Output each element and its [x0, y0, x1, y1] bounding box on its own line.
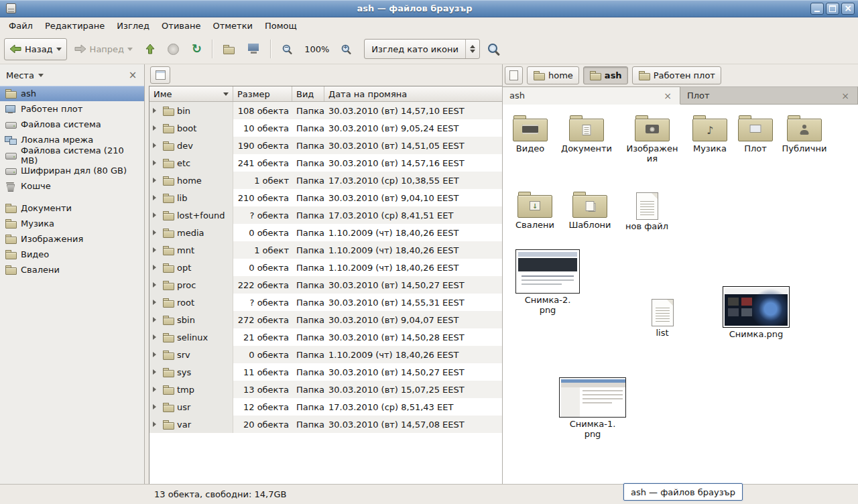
file-icon[interactable]: Снимка.png: [721, 286, 791, 340]
sidebar-item[interactable]: Свалени: [0, 262, 144, 277]
column-header-kind[interactable]: Вид: [292, 86, 324, 101]
expander-icon[interactable]: [153, 422, 160, 427]
taskbar-window-button[interactable]: ash — файлов браузър: [623, 483, 743, 501]
home-button[interactable]: [217, 38, 240, 60]
sidebar-item[interactable]: Видео: [0, 247, 144, 262]
table-row[interactable]: proc 222 обекта Папка 30.03.2010 (вт) 14…: [149, 276, 502, 294]
view-mode-select[interactable]: Изглед като икони: [364, 39, 480, 59]
file-icon[interactable]: Публични: [775, 111, 834, 154]
table-row[interactable]: sbin 272 обекта Папка 30.03.2010 (вт) 9,…: [149, 311, 502, 328]
search-button[interactable]: [482, 38, 505, 60]
reload-button[interactable]: [186, 38, 207, 60]
expander-icon[interactable]: [153, 265, 160, 270]
expander-icon[interactable]: [153, 247, 160, 253]
table-row[interactable]: lib 210 обекта Папка 30.03.2010 (вт) 9,0…: [149, 189, 502, 206]
table-row[interactable]: srv 0 обекта Папка 1.10.2009 (чт) 18,40,…: [149, 346, 502, 363]
table-row[interactable]: usr 12 обекта Папка 17.03.2010 (ср) 8,51…: [149, 398, 502, 416]
expander-icon[interactable]: [153, 125, 160, 131]
stop-button[interactable]: [162, 38, 184, 60]
sidebar-item[interactable]: Документи: [0, 200, 144, 216]
sidebar-item[interactable]: Файлова система: [0, 117, 144, 132]
table-row[interactable]: opt 0 обекта Папка 1.10.2009 (чт) 18,40,…: [149, 259, 502, 276]
expander-icon[interactable]: [153, 404, 160, 410]
table-row[interactable]: sys 11 обекта Папка 30.03.2010 (вт) 14,5…: [149, 363, 502, 381]
table-row[interactable]: mnt 1 обект Папка 1.10.2009 (чт) 18,40,2…: [149, 241, 502, 259]
tab-close-icon[interactable]: [840, 90, 851, 101]
menu-item[interactable]: Отметки: [206, 19, 258, 33]
table-row[interactable]: bin 108 обекта Папка 30.03.2010 (вт) 14,…: [149, 102, 502, 119]
table-row[interactable]: home 1 обект Папка 17.03.2010 (ср) 10,38…: [149, 172, 502, 189]
expander-icon[interactable]: [153, 352, 160, 357]
zoom-in-button[interactable]: +: [334, 38, 358, 60]
file-icon[interactable]: Свалени: [505, 188, 564, 231]
column-header-name[interactable]: Име: [149, 86, 233, 101]
zoom-out-button[interactable]: −: [275, 38, 299, 60]
expander-icon[interactable]: [153, 143, 160, 148]
maximize-button[interactable]: [826, 3, 839, 15]
sidebar-selector-chevron-icon[interactable]: [38, 74, 44, 80]
file-icon[interactable]: list: [633, 294, 692, 338]
table-row[interactable]: selinux 21 обекта Папка 30.03.2010 (вт) …: [149, 328, 502, 346]
tab[interactable]: Плот: [680, 86, 858, 104]
pane-view-button[interactable]: [150, 66, 170, 84]
minimize-button[interactable]: [810, 3, 824, 15]
column-header-date[interactable]: Дата на промяна: [324, 86, 502, 101]
back-history-chevron-icon[interactable]: [56, 48, 62, 54]
expander-icon[interactable]: [153, 195, 160, 200]
file-icon[interactable]: Документи: [557, 111, 616, 154]
combo-arrows-icon[interactable]: [465, 40, 479, 58]
menu-item[interactable]: Помощ: [259, 19, 303, 33]
file-icon[interactable]: Снимка-1. png: [558, 377, 627, 440]
back-button[interactable]: Назад: [4, 38, 67, 60]
table-row[interactable]: boot 10 обекта Папка 30.03.2010 (вт) 9,0…: [149, 119, 502, 137]
table-row[interactable]: root ? обекта Папка 30.03.2010 (вт) 14,5…: [149, 294, 502, 311]
expander-icon[interactable]: [153, 212, 160, 218]
column-header-size[interactable]: Размер: [233, 86, 292, 101]
sidebar-item[interactable]: Файлова система (210 MB): [0, 147, 144, 163]
expander-icon[interactable]: [153, 334, 160, 340]
tab[interactable]: ash: [503, 86, 680, 105]
menu-item[interactable]: Файл: [3, 19, 39, 33]
path-button[interactable]: home: [527, 66, 579, 84]
menu-item[interactable]: Редактиране: [39, 19, 111, 33]
sidebar-close-icon[interactable]: [127, 69, 138, 81]
tab-close-icon[interactable]: [662, 90, 673, 101]
forward-button[interactable]: Напред: [69, 38, 138, 60]
table-row[interactable]: dev 190 обекта Папка 30.03.2010 (вт) 14,…: [149, 137, 502, 154]
table-row[interactable]: tmp 13 обекта Папка 30.03.2010 (вт) 15,0…: [149, 381, 502, 398]
expander-icon[interactable]: [153, 178, 160, 183]
close-button[interactable]: [841, 3, 855, 15]
table-row[interactable]: etc 241 обекта Папка 30.03.2010 (вт) 14,…: [149, 154, 502, 172]
sidebar-item[interactable]: Работен плот: [0, 101, 144, 117]
expander-icon[interactable]: [153, 317, 160, 322]
sidebar-item[interactable]: Шифриран дял (80 GB): [0, 163, 144, 178]
file-icon[interactable]: Шаблони: [560, 188, 619, 231]
file-icon[interactable]: Видео: [503, 111, 560, 154]
icon-view[interactable]: Видео Документи Изображен ия: [503, 105, 858, 484]
place-icon: [5, 166, 17, 176]
menu-item[interactable]: Отиване: [156, 19, 206, 33]
sidebar-item[interactable]: Изображения: [0, 231, 144, 247]
menu-item[interactable]: Изглед: [111, 19, 156, 33]
expander-icon[interactable]: [153, 282, 160, 288]
pathbar-root-button[interactable]: [505, 66, 523, 84]
sidebar-item[interactable]: ash: [0, 86, 144, 101]
expander-icon[interactable]: [153, 300, 160, 305]
file-icon[interactable]: нов файл: [617, 188, 676, 232]
expander-icon[interactable]: [153, 230, 160, 235]
expander-icon[interactable]: [153, 160, 160, 166]
sidebar-item[interactable]: Музика: [0, 216, 144, 231]
table-row[interactable]: var 20 обекта Папка 30.03.2010 (вт) 14,5…: [149, 416, 502, 433]
expander-icon[interactable]: [153, 387, 160, 392]
expander-icon[interactable]: [153, 108, 160, 113]
table-row[interactable]: lost+found ? обекта Папка 17.03.2010 (ср…: [149, 206, 502, 224]
sidebar-item[interactable]: Кошче: [0, 178, 144, 194]
expander-icon[interactable]: [153, 369, 160, 375]
path-button[interactable]: ash: [583, 66, 628, 84]
file-icon[interactable]: Снимка-2. png: [513, 249, 583, 316]
computer-button[interactable]: [242, 38, 265, 60]
path-button[interactable]: Работен плот: [632, 66, 721, 84]
table-row[interactable]: media 0 обекта Папка 1.10.2009 (чт) 18,4…: [149, 224, 502, 241]
file-icon[interactable]: Изображен ия: [623, 111, 682, 164]
up-button[interactable]: [140, 38, 160, 60]
